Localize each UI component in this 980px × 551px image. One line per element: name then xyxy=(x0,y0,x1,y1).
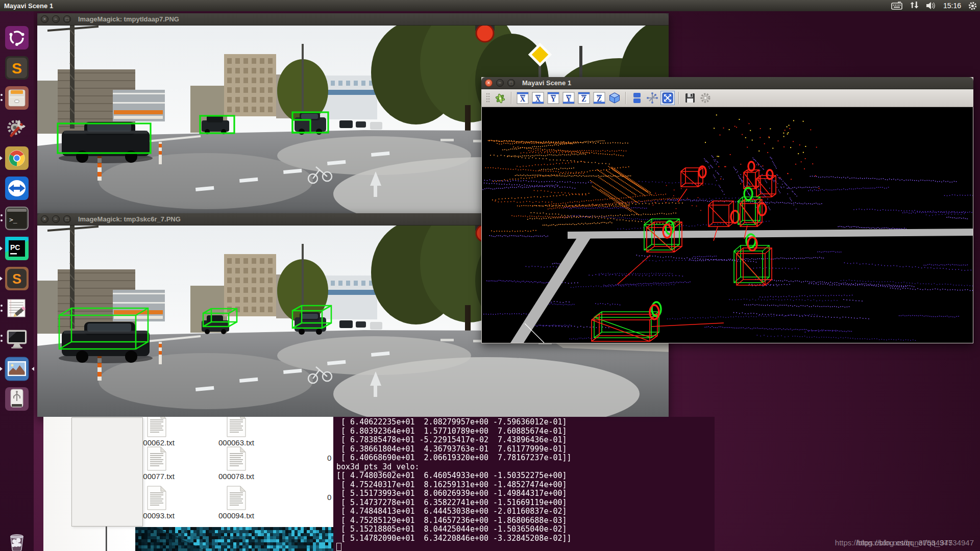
close-button[interactable]: × xyxy=(41,15,48,23)
launcher-icon-pycharm[interactable]: PC xyxy=(5,236,29,261)
file-name: 000063.txt xyxy=(206,438,267,447)
maximize-button[interactable]: □ xyxy=(63,15,71,23)
running-indicator xyxy=(1,219,3,221)
scene-wirebox xyxy=(738,197,760,224)
terminal-line: [[ 4.74803602e+01 6.46054933e+00 -1.5035… xyxy=(336,471,715,481)
running-indicator xyxy=(1,335,3,337)
mayavi-3d-scene[interactable] xyxy=(482,107,973,343)
svg-text:PC: PC xyxy=(10,243,20,252)
titlebar-mayavi[interactable]: × − □ Mayavi Scene 1 xyxy=(481,77,973,89)
session-gear-icon[interactable] xyxy=(968,2,977,10)
svg-text:S: S xyxy=(12,271,21,287)
launcher-icon-trash[interactable] xyxy=(5,529,29,551)
close-button[interactable]: × xyxy=(485,79,493,87)
text-file-icon xyxy=(146,486,167,510)
running-indicator xyxy=(0,367,5,371)
launcher-icon-sublime-text-2[interactable]: S xyxy=(5,266,29,291)
terminal-line: [ 6.40668690e+01 2.06619320e+00 7.781672… xyxy=(336,454,715,463)
svg-text:X: X xyxy=(535,95,541,103)
toolbar-view-z-minus-button[interactable]: Z xyxy=(593,91,606,105)
toolbar-separator xyxy=(625,92,626,104)
close-button[interactable]: × xyxy=(41,215,48,223)
text-file-icon xyxy=(226,486,247,510)
terminal-line: [ 5.15218805e+01 8.04425044e+00 -1.50365… xyxy=(336,525,715,534)
toolbar-view-z-plus-button[interactable]: Z xyxy=(577,91,591,105)
terminal-line: [ 5.15173993e+01 8.06026939e+00 -1.49844… xyxy=(336,489,715,498)
launcher-icon-teamviewer[interactable] xyxy=(5,176,29,201)
window-title: Mayavi Scene 1 xyxy=(522,79,571,87)
scene-heading-ring xyxy=(744,188,752,200)
scene-heading-ring xyxy=(767,170,773,179)
scene-overlay xyxy=(482,107,973,343)
desktop: https://blog.csdn.net/qq_37534947 https:… xyxy=(0,0,980,551)
toolbar-view-y-minus-button[interactable]: Y xyxy=(562,91,575,105)
toolbar-configure-scene-button[interactable] xyxy=(699,91,712,105)
scrollbar-fragment xyxy=(106,527,107,551)
chrome-icon xyxy=(5,146,29,170)
terminal-line: [ 4.75240317e+01 8.16259131e+00 -1.48527… xyxy=(336,481,715,490)
launcher-icon-file-archiver[interactable] xyxy=(5,86,29,110)
minimize-button[interactable]: − xyxy=(52,15,60,23)
usb-drive-icon xyxy=(5,387,29,411)
titlebar-imagemagick-1[interactable]: × − □ ImageMagick: tmpytldaap7.PNG xyxy=(37,13,669,26)
toolbar-fullscreen-button[interactable] xyxy=(661,91,674,105)
file-manager-side-panel[interactable] xyxy=(71,417,143,527)
file-archiver-icon xyxy=(5,86,29,110)
terminal-line: [ 5.14737278e+01 6.35822741e+00 -1.51669… xyxy=(336,498,715,508)
window-mayavi: × − □ Mayavi Scene 1 XXYYZZ xyxy=(481,77,973,343)
svg-text:Y: Y xyxy=(566,95,571,103)
running-indicator xyxy=(1,99,3,101)
displays-icon xyxy=(5,327,29,351)
toolbar-view-y-plus-button[interactable]: Y xyxy=(547,91,560,105)
terminal-window[interactable]: [ 6.40622235e+01 2.08279957e+00 -7.59636… xyxy=(333,417,715,551)
launcher-icon-ubuntu-dash[interactable] xyxy=(5,26,29,50)
scene-orientation-line xyxy=(651,323,724,327)
toolbar-separator xyxy=(511,92,512,104)
toolbar-view-x-plus-button[interactable]: X xyxy=(516,91,529,105)
maximize-button[interactable]: □ xyxy=(63,215,71,223)
maximize-button[interactable]: □ xyxy=(507,79,515,87)
terminal-line: [ 4.74848413e+01 6.44453038e+00 -2.01160… xyxy=(336,507,715,516)
svg-text:Y: Y xyxy=(551,95,556,103)
toolbar-scene-logo-button[interactable] xyxy=(494,91,507,105)
toolbar-drag-handle[interactable] xyxy=(485,91,491,105)
keyboard-indicator-icon[interactable] xyxy=(891,2,902,10)
launcher-icon-displays[interactable] xyxy=(5,327,29,351)
launcher-icon-chrome[interactable] xyxy=(5,146,29,170)
launcher-icon-image-viewer[interactable] xyxy=(5,357,29,381)
terminal-cursor xyxy=(336,543,341,551)
gedit-icon xyxy=(5,296,29,321)
toolbar-show-axes-button[interactable] xyxy=(646,91,659,105)
active-app-title: Mayavi Scene 1 xyxy=(4,2,53,10)
file-name: 000094.txt xyxy=(206,511,267,520)
running-indicator xyxy=(1,305,3,307)
detection-objects xyxy=(592,162,776,341)
background-image-strip xyxy=(135,527,337,551)
network-arrows-icon[interactable] xyxy=(910,2,919,10)
file-item[interactable]: 000078.txt xyxy=(206,446,267,481)
launcher-icon-usb-drive[interactable] xyxy=(5,387,29,411)
volume-icon[interactable] xyxy=(926,2,936,10)
pycharm-icon: PC xyxy=(5,236,29,261)
text-file-icon xyxy=(226,417,247,437)
launcher-icon-sublime-text[interactable]: S xyxy=(5,56,29,80)
top-menu-bar: Mayavi Scene 1 15:16 xyxy=(0,0,980,11)
svg-text:>_: >_ xyxy=(9,216,17,223)
clock[interactable]: 15:16 xyxy=(943,2,961,10)
running-indicator xyxy=(0,246,5,251)
file-item[interactable]: 000063.txt xyxy=(206,417,267,447)
minimize-button[interactable]: − xyxy=(496,79,504,87)
launcher-icon-system-settings[interactable] xyxy=(5,116,29,140)
watermark-text: https://blog.csdn.net/qq_37534947 xyxy=(856,538,974,547)
toolbar-view-isometric-button[interactable] xyxy=(608,91,621,105)
toolbar-view-x-minus-button[interactable]: X xyxy=(531,91,545,105)
launcher-icon-terminal[interactable]: >_ xyxy=(5,206,29,231)
running-indicator xyxy=(0,277,5,281)
minimize-button[interactable]: − xyxy=(52,215,60,223)
text-file-icon xyxy=(146,417,167,437)
file-item[interactable]: 000094.txt xyxy=(206,486,267,520)
toolbar-parallel-projection-button[interactable] xyxy=(630,91,644,105)
toolbar-save-scene-button[interactable] xyxy=(683,91,697,105)
terminal-icon: >_ xyxy=(5,206,29,231)
launcher-icon-gedit[interactable] xyxy=(5,296,29,321)
